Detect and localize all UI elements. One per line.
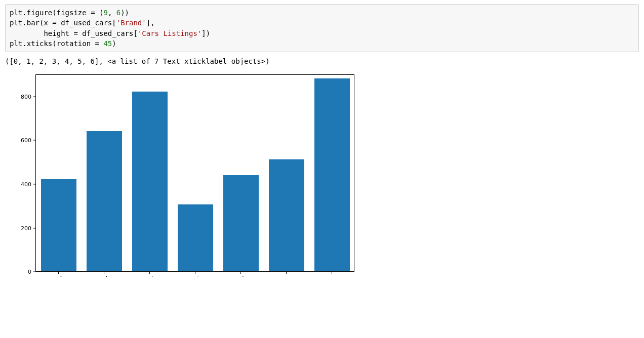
y-tick-label: 400 bbox=[7, 181, 31, 187]
bar bbox=[269, 159, 304, 271]
bar-chart: 0200400600800 AudiBMWMercedes-BenzMitsub… bbox=[7, 74, 361, 272]
x-tick-label: Toyota bbox=[275, 275, 293, 277]
x-tick-label: Renault bbox=[227, 275, 247, 277]
y-tick-label: 800 bbox=[7, 93, 31, 100]
x-tick-label: BMW bbox=[96, 275, 110, 277]
y-tick-label: 600 bbox=[7, 137, 31, 144]
bar bbox=[178, 204, 213, 271]
bar bbox=[132, 92, 168, 271]
code-line-1: plt.figure(figsize = (9, 6)) bbox=[10, 9, 129, 17]
x-tick-label: Volkswagen bbox=[310, 275, 338, 277]
code-cell[interactable]: plt.figure(figsize = (9, 6)) plt.bar(x =… bbox=[5, 4, 639, 52]
code-line-4: plt.xticks(rotation = 45) bbox=[10, 39, 116, 48]
x-axis: AudiBMWMercedes-BenzMitsubishiRenaultToy… bbox=[35, 272, 354, 277]
bar bbox=[223, 175, 259, 272]
y-tick-label: 0 bbox=[7, 269, 31, 275]
x-tick-mark bbox=[195, 272, 195, 274]
x-tick-label: Mercedes-Benz bbox=[122, 275, 156, 277]
x-tick-mark bbox=[58, 272, 59, 274]
x-tick-mark bbox=[240, 272, 241, 274]
x-tick-mark bbox=[286, 272, 287, 274]
bar bbox=[87, 131, 122, 271]
x-tick-mark bbox=[104, 272, 104, 274]
y-tick-label: 200 bbox=[7, 225, 31, 231]
code-line-2: plt.bar(x = df_used_cars['Brand'], bbox=[10, 19, 155, 27]
bars-container bbox=[36, 75, 354, 271]
x-tick-label: Audi bbox=[52, 275, 65, 277]
x-tick-label: Mitsubishi bbox=[177, 275, 202, 277]
bar bbox=[314, 78, 350, 271]
y-axis: 0200400600800 bbox=[7, 74, 33, 272]
x-tick-mark bbox=[332, 272, 332, 274]
output-text: ([0, 1, 2, 3, 4, 5, 6], <a list of 7 Tex… bbox=[5, 57, 639, 65]
plot-area bbox=[35, 74, 354, 272]
code-line-3: height = df_used_cars['Cars Listings']) bbox=[10, 29, 210, 37]
bar bbox=[41, 179, 76, 271]
x-tick-mark bbox=[149, 272, 150, 274]
